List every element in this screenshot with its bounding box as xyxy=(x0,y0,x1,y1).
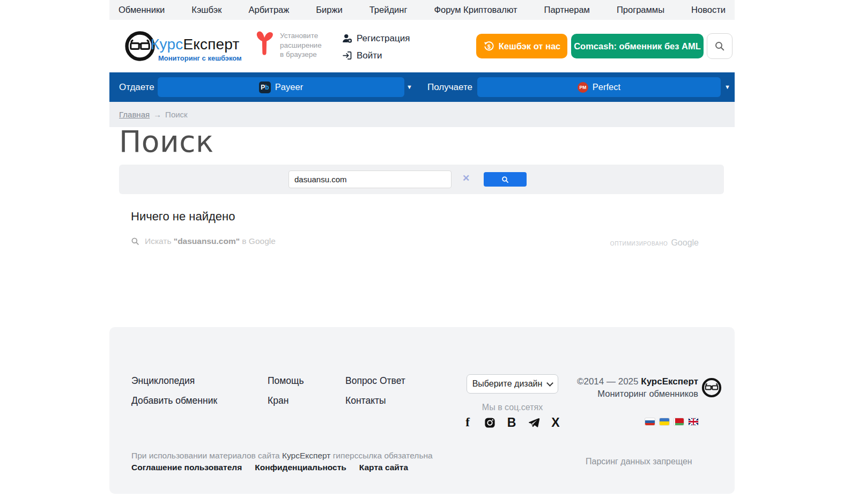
clear-search-icon[interactable]: ✕ xyxy=(462,173,470,184)
footer-link-qa[interactable]: Вопрос Ответ xyxy=(345,375,405,387)
glasses-logo-icon xyxy=(701,377,722,398)
nav-item-exchanges[interactable]: Биржи xyxy=(316,5,342,15)
language-flags xyxy=(645,418,698,425)
give-caret-icon[interactable]: ▼ xyxy=(406,84,412,90)
chevron-down-icon xyxy=(546,380,553,387)
nav-item-cashback[interactable]: Кэшбэк xyxy=(191,5,221,15)
design-select[interactable]: Выберите дизайн xyxy=(467,374,558,394)
nav-item-news[interactable]: Новости xyxy=(691,5,726,15)
promo-button-label: Comcash: обменник без AML xyxy=(574,41,701,51)
vk-icon[interactable]: B xyxy=(505,416,519,429)
telegram-icon[interactable] xyxy=(527,416,541,429)
search-panel: ✕ xyxy=(119,165,724,194)
nav-item-programs[interactable]: Программы xyxy=(617,5,664,15)
breadcrumb-separator: → xyxy=(153,110,161,119)
perfect-money-icon: PM xyxy=(578,82,588,93)
footer-link-sitemap[interactable]: Карта сайта xyxy=(359,463,408,472)
nav-item-arbitrage[interactable]: Арбитраж xyxy=(248,5,289,15)
copyright-block: ©2014 — 2025 КурсЕксперт Мониторинг обме… xyxy=(554,376,722,399)
browser-extension-link[interactable]: Установите расширение в браузере xyxy=(253,27,322,60)
give-label: Отдаете xyxy=(119,82,154,93)
nav-item-trading[interactable]: Трейдинг xyxy=(369,5,408,15)
page-content: Обменники Кэшбэк Арбитраж Биржи Трейдинг… xyxy=(109,0,735,504)
instagram-icon[interactable] xyxy=(483,416,497,429)
cashback-dollar-icon: $ xyxy=(483,41,494,52)
footer-link-add-exchanger[interactable]: Добавить обменник xyxy=(131,395,217,406)
copyright-notice: При использовании материалов сайта КурсЕ… xyxy=(131,451,433,461)
flag-en-icon[interactable] xyxy=(689,418,698,425)
register-label: Регистрация xyxy=(357,33,410,44)
breadcrumb-current: Поиск xyxy=(165,110,188,119)
extension-text: Установите расширение в браузере xyxy=(280,31,322,60)
suggest-prefix: Искать xyxy=(145,236,174,246)
x-twitter-icon[interactable]: X xyxy=(549,416,563,429)
register-link[interactable]: Регистрация xyxy=(342,33,410,44)
no-results-message: Ничего не найдено xyxy=(131,210,235,224)
design-select-value: Выберите дизайн xyxy=(472,379,543,389)
cashback-button[interactable]: $ Кешбэк от нас xyxy=(476,34,567,58)
login-icon xyxy=(342,50,353,61)
footer: Энциклопедия Добавить обменник Помощь Кр… xyxy=(109,327,735,494)
copyright-years: ©2014 — 2025 xyxy=(577,376,641,387)
facebook-icon[interactable]: f xyxy=(461,416,475,429)
nav-item-partners[interactable]: Партнерам xyxy=(544,5,590,15)
register-icon xyxy=(342,33,353,44)
footer-link-contacts[interactable]: Контакты xyxy=(345,395,386,406)
login-label: Войти xyxy=(357,50,382,61)
copyright-brand: КурсЕксперт xyxy=(641,376,698,387)
brand-first: Курс xyxy=(151,36,183,53)
footer-bottom-links: Соглашение пользователя Конфиденциальнос… xyxy=(131,463,408,472)
footer-link-faucet[interactable]: Кран xyxy=(268,395,289,406)
svg-text:$: $ xyxy=(487,43,491,49)
google-suggest-row: Искать "dasuansu.com" в Google оптимизир… xyxy=(109,236,735,249)
top-nav: Обменники Кэшбэк Арбитраж Биржи Трейдинг… xyxy=(109,0,735,20)
google-logo-text: Google xyxy=(671,238,699,248)
give-currency-value: Payeer xyxy=(275,82,303,92)
site-header: КурсЕксперт Мониторинг с кешбэком Устано… xyxy=(109,20,735,72)
get-currency-value: Perfect xyxy=(593,82,620,92)
payeer-icon: Pb xyxy=(259,81,271,93)
footer-link-privacy[interactable]: Конфиденциальность xyxy=(255,463,346,472)
google-search-link[interactable]: Искать "dasuansu.com" в Google xyxy=(131,236,276,246)
search-submit-button[interactable] xyxy=(484,172,527,187)
yandex-browser-icon xyxy=(253,29,276,57)
social-title: Мы в соц.сетях xyxy=(467,403,558,412)
auth-block: Регистрация Войти xyxy=(342,33,410,61)
give-currency-select[interactable]: Pb Payeer xyxy=(158,77,404,97)
site-logo[interactable]: КурсЕксперт Мониторинг с кешбэком xyxy=(124,31,156,62)
breadcrumb-home[interactable]: Главная xyxy=(119,110,150,119)
get-caret-icon[interactable]: ▼ xyxy=(724,84,730,90)
suggest-suffix: в Google xyxy=(240,236,276,246)
page-title: Поиск xyxy=(119,124,214,159)
login-link[interactable]: Войти xyxy=(342,50,410,61)
exchange-direction-bar: Отдаете Pb Payeer ▼ Получаете PM Perfect… xyxy=(109,72,735,102)
footer-link-user-agreement[interactable]: Соглашение пользователя xyxy=(131,463,242,472)
notice-brand: КурсЕксперт xyxy=(282,451,330,460)
copyright-subtitle: Мониторинг обменников xyxy=(577,389,698,399)
footer-link-encyclopedia[interactable]: Энциклопедия xyxy=(131,375,195,387)
footer-link-help[interactable]: Помощь xyxy=(268,375,304,387)
search-icon xyxy=(501,176,509,183)
search-input[interactable] xyxy=(289,171,452,188)
nav-item-exchangers[interactable]: Обменники xyxy=(119,5,165,15)
flag-ua-icon[interactable] xyxy=(660,418,669,425)
flag-ru-icon[interactable] xyxy=(645,418,655,425)
cashback-button-label: Кешбэк от нас xyxy=(499,41,561,51)
promo-button[interactable]: Comcash: обменник без AML xyxy=(571,34,704,58)
get-currency-select[interactable]: PM Perfect xyxy=(477,77,721,97)
suggest-query: "dasuansu.com" xyxy=(174,236,240,246)
google-branding: оптимизировано Google xyxy=(610,238,699,248)
parsing-notice: Парсинг данных запрещен xyxy=(586,457,692,466)
brand-second: Експерт xyxy=(183,36,239,53)
get-label: Получаете xyxy=(427,82,472,93)
nav-item-forum[interactable]: Форум Криптовалют xyxy=(434,5,517,15)
header-search-button[interactable] xyxy=(707,33,733,59)
flag-by-icon[interactable] xyxy=(674,418,684,425)
search-icon xyxy=(131,237,139,246)
social-icons-row: f B X xyxy=(461,416,563,429)
search-icon xyxy=(714,41,725,51)
branding-small-text: оптимизировано xyxy=(610,241,668,247)
breadcrumb: Главная → Поиск xyxy=(109,102,735,127)
